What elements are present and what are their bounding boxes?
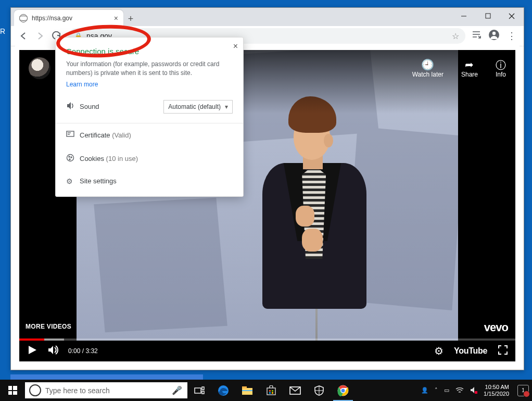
certificate-label: Certificate [80,131,110,139]
watch-later-label: Watch later [412,71,444,78]
settings-gear-icon[interactable]: ⚙ [434,345,444,357]
tab-strip: https://nsa.gov × + [11,8,524,26]
play-button[interactable] [27,344,38,358]
file-explorer-icon[interactable] [235,380,259,401]
browser-menu-button[interactable]: ⋮ [507,30,516,42]
windows-logo-icon [8,386,17,395]
action-center-button[interactable]: 1 [517,385,529,396]
video-subject-singer [252,96,361,315]
info-icon: ⓘ [496,58,506,71]
profile-avatar-icon[interactable] [488,29,500,43]
maximize-button[interactable] [476,8,500,24]
share-icon: ➦ [465,58,474,71]
connection-secure-body: Your information (for example, passwords… [66,60,233,78]
site-settings-row[interactable]: ⚙ Site settings [66,170,233,192]
svg-marker-38 [471,387,474,393]
svg-rect-28 [272,390,273,392]
share-button[interactable]: ➦Share [461,58,478,78]
chrome-app-icon[interactable] [331,380,355,401]
start-button[interactable] [0,380,25,401]
tab-close-button[interactable]: × [114,14,118,22]
tab-title: https://nsa.gov [32,15,111,22]
windows-security-icon[interactable] [307,380,331,401]
svg-marker-11 [67,102,71,109]
svg-rect-39 [475,391,477,394]
info-label: Info [496,71,506,78]
volume-button[interactable] [47,344,59,358]
svg-point-18 [69,159,70,160]
tray-chevron-up-icon[interactable]: ˄ [435,387,438,394]
fullscreen-button[interactable] [498,345,508,357]
system-tray: 👤 ˄ ▭ 10:50 AM1/15/2020 1 [421,380,532,401]
svg-rect-20 [202,387,204,390]
sound-select[interactable]: Automatic (default) [163,100,233,114]
close-window-button[interactable] [500,8,524,24]
svg-rect-19 [195,388,201,393]
background-window-strip [10,374,203,380]
task-view-button[interactable] [187,380,211,401]
svg-point-15 [67,154,74,161]
wifi-icon[interactable] [455,387,464,394]
certificate-row[interactable]: Certificate (Valid) [66,123,233,147]
microphone-icon[interactable]: 🎤 [172,385,182,395]
youtube-logo-button[interactable]: YouTube [454,346,487,356]
svg-marker-10 [48,346,53,354]
nav-back-button[interactable] [15,28,32,44]
people-icon[interactable]: 👤 [421,387,428,394]
cookies-row[interactable]: Cookies (10 in use) [66,147,233,170]
connection-secure-title: Connection is secure [66,47,233,56]
vevo-watermark: vevo [484,321,508,334]
battery-icon[interactable]: ▭ [444,387,449,394]
sound-icon [66,101,80,112]
tray-volume-icon[interactable] [470,386,477,395]
info-button[interactable]: ⓘInfo [496,58,506,78]
certificate-icon [66,130,80,140]
taskbar-search[interactable]: Type here to search 🎤 [25,382,187,398]
reader-mode-icon[interactable] [472,30,481,42]
minimize-button[interactable] [452,8,476,24]
nav-forward-button[interactable] [32,28,48,44]
time-display: 0:00 / 3:32 [68,347,98,355]
gear-icon: ⚙ [66,177,80,185]
window-controls [452,8,524,24]
mail-app-icon[interactable] [283,380,307,401]
new-tab-button[interactable]: + [123,11,138,26]
taskbar: Type here to search 🎤 👤 ˄ ▭ 10:50 AM1/15… [0,380,532,401]
taskbar-apps [187,380,355,401]
channel-avatar[interactable] [29,57,50,79]
svg-point-8 [492,32,496,35]
bookmark-star-icon[interactable]: ☆ [452,31,459,41]
svg-rect-25 [242,390,252,391]
svg-point-17 [71,157,72,158]
search-placeholder: Type here to search [45,386,172,395]
video-controls: 0:00 / 3:32 ⚙ YouTube [19,339,515,361]
popup-close-button[interactable]: × [233,42,238,51]
svg-rect-23 [242,388,252,395]
svg-marker-9 [29,346,36,354]
certificate-status: (Valid) [112,131,131,139]
svg-point-16 [69,156,70,157]
microsoft-store-icon[interactable] [259,380,283,401]
svg-rect-29 [269,392,271,394]
cookies-status: (10 in use) [106,155,138,162]
connection-info-popup: × Connection is secure Your information … [55,37,244,197]
learn-more-link[interactable]: Learn more [66,81,98,88]
svg-rect-12 [67,131,74,136]
clock-icon: 🕘 [421,58,434,71]
edge-browser-icon[interactable] [211,380,235,401]
svg-rect-30 [272,392,273,394]
svg-rect-26 [267,388,275,395]
more-videos-label[interactable]: MORE VIDEOS [26,323,71,330]
browser-tab[interactable]: https://nsa.gov × [14,10,123,26]
svg-rect-27 [269,390,271,392]
sound-label: Sound [80,103,99,110]
globe-icon [19,14,28,22]
clock[interactable]: 10:50 AM1/15/2020 [484,384,509,397]
svg-rect-1 [486,14,490,18]
cortana-circle-icon [29,384,41,396]
svg-rect-24 [242,386,247,389]
site-settings-label: Site settings [80,177,117,185]
share-label: Share [461,71,478,78]
clipped-char: R [0,27,5,35]
watch-later-button[interactable]: 🕘Watch later [412,58,444,78]
